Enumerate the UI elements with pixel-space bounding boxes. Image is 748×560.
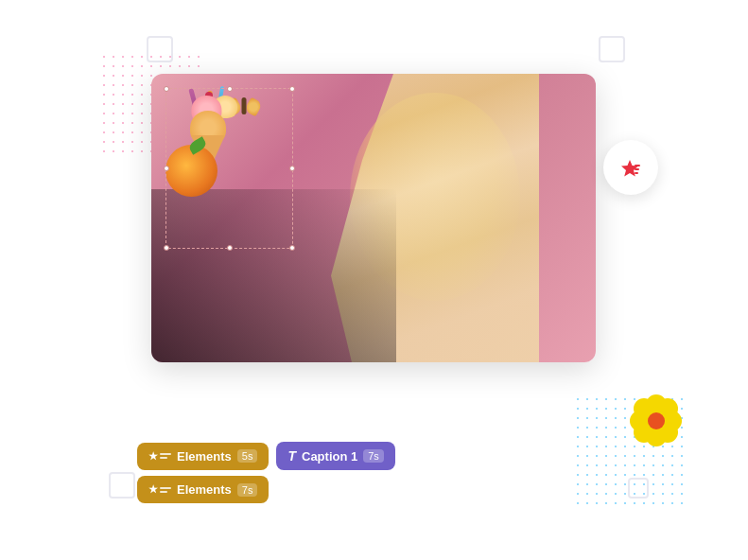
corner-decoration-bl xyxy=(109,472,135,499)
lines-icon-2 xyxy=(160,487,171,493)
elements-chip-1-icon: ★ xyxy=(148,450,171,463)
svg-rect-1 xyxy=(635,165,640,166)
handle-bottom-left[interactable] xyxy=(164,245,169,251)
caption-chip-1[interactable]: T Caption 1 7s xyxy=(276,442,394,470)
handle-top-right[interactable] xyxy=(289,86,295,92)
sticker-area[interactable] xyxy=(161,83,293,206)
timeline-area: ★ Elements 5s T Caption 1 7s xyxy=(137,442,395,503)
star-list-icon xyxy=(620,158,641,177)
star-list-floating-button[interactable] xyxy=(603,140,658,195)
timeline-row-1: ★ Elements 5s T Caption 1 7s xyxy=(137,442,395,470)
handle-mid-right[interactable] xyxy=(289,166,295,171)
flower-sticker xyxy=(625,390,687,451)
star-icon-2: ★ xyxy=(148,483,158,496)
caption-chip-label: Caption 1 xyxy=(302,449,357,464)
caption-chip-icon: T xyxy=(287,448,296,464)
video-background xyxy=(151,74,596,362)
handle-mid-left[interactable] xyxy=(164,166,169,171)
flower-center xyxy=(648,412,665,429)
elements-chip-1[interactable]: ★ Elements 5s xyxy=(137,443,269,470)
handle-bottom-mid[interactable] xyxy=(227,245,233,251)
corner-decoration-tl xyxy=(147,36,173,62)
svg-rect-3 xyxy=(635,172,638,174)
corner-decoration-tr xyxy=(599,36,625,62)
timeline-row-2: ★ Elements 7s xyxy=(137,476,395,503)
corner-decoration-br xyxy=(628,478,649,499)
line-3 xyxy=(160,487,171,489)
elements-chip-1-time: 5s xyxy=(237,449,258,463)
star-icon-1: ★ xyxy=(148,450,158,463)
elements-chip-2-time: 7s xyxy=(237,483,258,497)
video-frame[interactable] xyxy=(151,74,596,362)
line-2 xyxy=(160,457,167,459)
elements-chip-1-label: Elements xyxy=(177,449,232,464)
elements-chip-2[interactable]: ★ Elements 7s xyxy=(137,476,269,503)
elements-chip-2-icon: ★ xyxy=(148,483,171,496)
elements-chip-2-label: Elements xyxy=(177,482,232,497)
lines-icon-1 xyxy=(160,453,171,459)
line-4 xyxy=(160,491,167,493)
main-scene: ★ Elements 5s T Caption 1 7s xyxy=(0,0,748,560)
caption-chip-time: 7s xyxy=(363,449,384,463)
handle-top-mid[interactable] xyxy=(227,86,233,92)
handle-top-left[interactable] xyxy=(164,86,169,92)
line-1 xyxy=(160,453,171,455)
handle-bottom-right[interactable] xyxy=(289,245,295,251)
selection-box[interactable] xyxy=(165,88,293,249)
text-icon: T xyxy=(287,448,296,464)
svg-rect-2 xyxy=(635,168,639,170)
